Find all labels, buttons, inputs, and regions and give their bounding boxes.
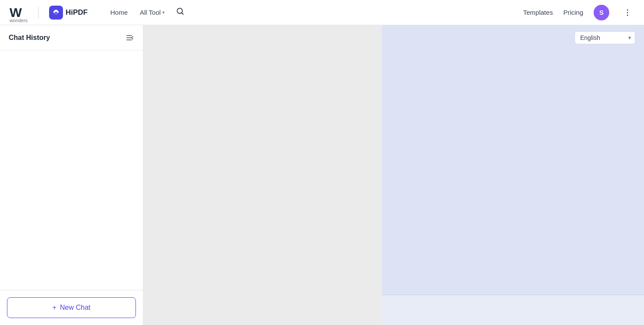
nav-extra-icon[interactable] — [620, 5, 635, 20]
right-panel-header: English Chinese French German Spanish Ja… — [382, 25, 644, 50]
wondershare-logo-icon: W wondershare — [9, 3, 28, 22]
navbar-right: Templates Pricing S — [523, 5, 635, 20]
navbar-divider — [38, 7, 39, 19]
nav-templates[interactable]: Templates — [523, 9, 553, 16]
right-panel: English Chinese French German Spanish Ja… — [382, 25, 644, 325]
sidebar-header: Chat History — [0, 25, 143, 50]
new-chat-button[interactable]: + New Chat — [7, 297, 136, 318]
nav-home[interactable]: Home — [105, 6, 133, 19]
svg-point-6 — [627, 14, 628, 16]
nav-all-tool-label: All Tool — [140, 9, 161, 16]
language-selector-wrapper: English Chinese French German Spanish Ja… — [575, 31, 635, 44]
main-content: Chat History + New Chat — [0, 25, 644, 325]
nav-links: Home All Tool ▾ — [105, 4, 189, 20]
hipdf-icon — [49, 6, 63, 20]
search-button[interactable] — [172, 4, 189, 20]
sidebar-body — [0, 50, 143, 290]
collapse-icon — [125, 33, 134, 42]
nav-all-tool[interactable]: All Tool ▾ — [135, 6, 170, 19]
chevron-down-icon: ▾ — [162, 10, 165, 15]
center-panel — [143, 25, 382, 325]
svg-point-5 — [627, 12, 628, 13]
navbar-left: W wondershare HiPDF Home All Tool ▾ — [9, 3, 189, 22]
chat-history-title: Chat History — [9, 34, 50, 42]
language-select[interactable]: English Chinese French German Spanish Ja… — [575, 31, 635, 44]
menu-dots-icon — [623, 8, 632, 17]
collapse-sidebar-button[interactable] — [125, 33, 134, 42]
right-panel-body — [382, 50, 644, 295]
wondershare-logo[interactable]: W wondershare — [9, 3, 28, 22]
hipdf-label: HiPDF — [66, 8, 88, 17]
svg-line-3 — [182, 13, 184, 15]
svg-point-4 — [627, 9, 628, 10]
new-chat-plus-icon: + — [53, 304, 56, 312]
sidebar: Chat History + New Chat — [0, 25, 143, 325]
hipdf-logo-svg — [52, 8, 60, 17]
svg-text:wondershare: wondershare — [9, 18, 28, 22]
new-chat-label: New Chat — [60, 304, 90, 312]
hipdf-logo[interactable]: HiPDF — [49, 6, 88, 20]
user-avatar[interactable]: S — [594, 5, 609, 20]
right-panel-footer — [382, 295, 644, 325]
nav-home-label: Home — [110, 9, 128, 16]
sidebar-footer: + New Chat — [0, 290, 143, 325]
nav-pricing[interactable]: Pricing — [563, 9, 583, 16]
navbar: W wondershare HiPDF Home All Tool ▾ — [0, 0, 644, 25]
search-icon — [176, 7, 185, 16]
